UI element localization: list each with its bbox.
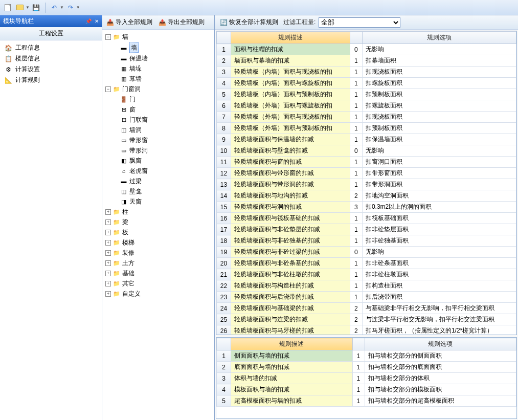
tree-node[interactable]: +📁其它 (105, 278, 211, 289)
tree-node[interactable]: ◫墙洞 (105, 125, 211, 135)
nav-item[interactable]: 📐计算规则 (0, 75, 102, 85)
rule-desc-cell[interactable]: 轻质墙板面积与保温墙的扣减 (231, 134, 350, 145)
table-row[interactable]: 12 轻质墙板面积与带形窗的扣减 1 扣带形窗面积 (217, 168, 516, 179)
rule-desc-cell[interactable]: 轻质墙板面积与非砼独基的扣减 (231, 235, 350, 247)
rule-opt-cell[interactable]: 扣后浇带面积 (362, 292, 516, 303)
table-row[interactable]: 20 轻质墙板面积与非砼条基的扣减 1 扣非砼条基面积 (217, 258, 516, 269)
table-row[interactable]: 2 底面面积与墙的扣减 1 扣与墙相交部分的底面面积 (217, 362, 516, 373)
tree-node[interactable]: ◧飘窗 (105, 156, 211, 166)
rule-opt-cell[interactable]: 扣预制板面积 (362, 123, 516, 134)
rule-desc-cell[interactable]: 轻质墙板面积与带形洞的扣减 (231, 179, 350, 190)
table-row[interactable]: 8 轻质墙板（外墙）面积与预制板的扣 1 扣预制板面积 (217, 123, 516, 134)
rule-opt-cell[interactable]: 扣与墙相交部分的超高模板面积 (365, 395, 516, 407)
close-icon[interactable]: ✕ (95, 18, 99, 24)
rule-desc-cell[interactable]: 侧面面积与墙的扣减 (231, 350, 353, 362)
table-row[interactable]: 21 轻质墙板面积与非砼柱墩的扣减 1 扣非砼柱墩面积 (217, 269, 516, 280)
rule-desc-cell[interactable]: 轻质墙板面积与非砼条基的扣减 (231, 258, 350, 269)
tree-toggle[interactable]: + (105, 250, 111, 256)
table-row[interactable]: 1 面积与柱帽的扣减 0 无影响 (217, 44, 516, 55)
redo-button[interactable]: ↷ (65, 2, 76, 13)
tree-node[interactable]: ⊟门联窗 (105, 115, 211, 125)
tree-node[interactable]: +📁梁 (105, 217, 211, 227)
tree-node[interactable]: ◫壁龛 (105, 186, 211, 196)
rule-opt-cell[interactable]: 扣现浇板面积 (362, 112, 516, 123)
rule-desc-cell[interactable]: 轻质墙板（内墙）面积与螺旋板的扣 (231, 78, 350, 89)
table-row[interactable]: 11 轻质墙板面积与窗的扣减 1 扣窗洞口面积 (217, 157, 516, 168)
rule-opt-cell[interactable]: 扣螺旋板面积 (362, 78, 516, 89)
tree-node[interactable]: ▭带形窗 (105, 135, 211, 145)
tree-node[interactable]: ◨天窗 (105, 196, 211, 207)
tree-toggle[interactable]: + (105, 240, 111, 246)
table-row[interactable]: 24 轻质墙板面积与基础梁的扣减 2 与基础梁非平行相交无影响，扣平行相交梁面积 (217, 303, 516, 314)
table-row[interactable]: 13 轻质墙板面积与带形洞的扣减 1 扣带形洞面积 (217, 179, 516, 190)
table-row[interactable]: 14 轻质墙板面积与地沟的扣减 2 扣地沟空洞面积 (217, 190, 516, 202)
table-row[interactable]: 6 轻质墙板（外墙）面积与螺旋板的扣 1 扣螺旋板面积 (217, 100, 516, 112)
rule-desc-cell[interactable]: 轻质墙板（内墙）面积与现浇板的扣 (231, 67, 350, 78)
tree-toggle[interactable]: + (105, 291, 111, 297)
tree-node[interactable]: ▦墙垛 (105, 63, 211, 74)
table-row[interactable]: 3 体积与墙的扣减 1 扣与墙相交部分的体积 (217, 373, 516, 384)
save-button[interactable]: 💾 (31, 2, 42, 13)
tree-toggle[interactable]: + (105, 260, 111, 266)
undo-dropdown-arrow[interactable]: ▼ (60, 5, 64, 10)
pin-icon[interactable]: 📌 (85, 18, 92, 24)
tree-node[interactable]: ▥幕墙 (105, 74, 211, 84)
table-row[interactable]: 4 轻质墙板（内墙）面积与螺旋板的扣 1 扣螺旋板面积 (217, 78, 516, 89)
rule-desc-cell[interactable]: 轻质墙板面积与地沟的扣减 (231, 190, 350, 202)
rule-desc-cell[interactable]: 轻质墙板（外墙）面积与螺旋板的扣 (231, 100, 350, 112)
open-dropdown-arrow[interactable]: ▼ (26, 5, 30, 10)
rule-desc-cell[interactable]: 轻质墙板面积与连梁的扣减 (231, 314, 350, 325)
table-row[interactable]: 1 侧面面积与墙的扣减 1 扣与墙相交部分的侧面面积 (217, 350, 516, 362)
tree-node[interactable]: +📁土方 (105, 258, 211, 268)
rule-opt-cell[interactable]: 扣与墙相交部分的体积 (365, 373, 516, 384)
tree-node[interactable]: +📁装修 (105, 248, 211, 258)
rule-opt-cell[interactable]: 无影响 (362, 247, 516, 258)
rule-opt-cell[interactable]: 扣现浇板面积 (362, 67, 516, 78)
rule-desc-cell[interactable]: 模板面积与墙的扣减 (231, 384, 353, 395)
restore-rules-button[interactable]: 🔄 恢复全部计算规则 (218, 17, 280, 28)
tree-toggle[interactable]: + (105, 271, 111, 276)
export-rules-button[interactable]: 📤 导出全部规则 (156, 17, 207, 28)
tree-node[interactable]: 🚪门 (105, 94, 211, 104)
table-row[interactable]: 22 轻质墙板面积与构造柱的扣减 1 扣构造柱面积 (217, 280, 516, 292)
rule-desc-cell[interactable]: 轻质墙板面积与非砼柱墩的扣减 (231, 269, 350, 280)
tree-node[interactable]: ⌂老虎窗 (105, 166, 211, 176)
open-button[interactable] (14, 2, 26, 13)
tree-node[interactable]: ▭带形洞 (105, 145, 211, 156)
tree-node[interactable]: +📁柱 (105, 207, 211, 217)
rule-opt-cell[interactable]: 扣窗洞口面积 (362, 157, 516, 168)
rules-grid-bottom[interactable]: 规则描述 规则选项 1 侧面面积与墙的扣减 1 扣与墙相交部分的侧面面积2 底面… (216, 337, 517, 419)
tree-node[interactable]: ▬墙 (105, 42, 211, 53)
rule-desc-cell[interactable]: 轻质墙板面积与壁龛的扣减 (231, 145, 350, 157)
table-row[interactable]: 26 轻质墙板面积与马牙槎的扣减 2 扣马牙槎面积，（按属性定义的1/2*槎宽计… (217, 325, 516, 336)
rule-desc-cell[interactable]: 轻质墙板面积与筏板基础的扣减 (231, 213, 350, 224)
filter-select[interactable]: 全部 (319, 17, 400, 28)
rule-opt-cell[interactable]: 扣幕墙面积 (362, 55, 516, 67)
table-row[interactable]: 10 轻质墙板面积与壁龛的扣减 0 无影响 (217, 145, 516, 157)
rule-desc-cell[interactable]: 底面面积与墙的扣减 (231, 362, 353, 373)
rule-desc-cell[interactable]: 轻质墙板面积与基础梁的扣减 (231, 303, 350, 314)
rule-opt-cell[interactable]: 扣与墙相交部分的模板面积 (365, 384, 516, 395)
rule-desc-cell[interactable]: 轻质墙板面积与窗的扣减 (231, 157, 350, 168)
rule-opt-cell[interactable]: 扣与墙相交部分的底面面积 (365, 362, 516, 373)
rule-desc-cell[interactable]: 体积与墙的扣减 (231, 373, 353, 384)
rule-opt-cell[interactable]: 扣地沟空洞面积 (362, 190, 516, 202)
rule-desc-cell[interactable]: 轻质墙板面积与带形窗的扣减 (231, 168, 350, 179)
rule-desc-cell[interactable]: 轻质墙板面积与构造柱的扣减 (231, 280, 350, 292)
redo-dropdown-arrow[interactable]: ▼ (76, 5, 80, 10)
rule-opt-cell[interactable]: 扣非砼条基面积 (362, 258, 516, 269)
rule-opt-cell[interactable]: 与基础梁非平行相交无影响，扣平行相交梁面积 (362, 303, 516, 314)
rule-desc-cell[interactable]: 面积与柱帽的扣减 (231, 44, 350, 55)
rule-opt-cell[interactable]: 扣非砼柱墩面积 (362, 269, 516, 280)
tree-toggle[interactable]: + (105, 209, 111, 215)
rule-desc-cell[interactable]: 轻质墙板面积与马牙槎的扣减 (231, 325, 350, 336)
nav-item[interactable]: 🏠工程信息 (0, 42, 102, 53)
rule-opt-cell[interactable]: 扣预制板面积 (362, 89, 516, 100)
tree-node[interactable]: +📁板 (105, 227, 211, 237)
rule-opt-cell[interactable]: 无影响 (362, 145, 516, 157)
rule-opt-cell[interactable]: 扣筏板基础面积 (362, 213, 516, 224)
table-row[interactable]: 16 轻质墙板面积与筏板基础的扣减 1 扣筏板基础面积 (217, 213, 516, 224)
rule-desc-cell[interactable]: 轻质墙板面积与后浇带的扣减 (231, 292, 350, 303)
table-row[interactable]: 15 轻质墙板面积与洞的扣减 3 扣0.3m2以上的洞的面积 (217, 202, 516, 213)
tree-toggle[interactable]: − (105, 86, 111, 92)
